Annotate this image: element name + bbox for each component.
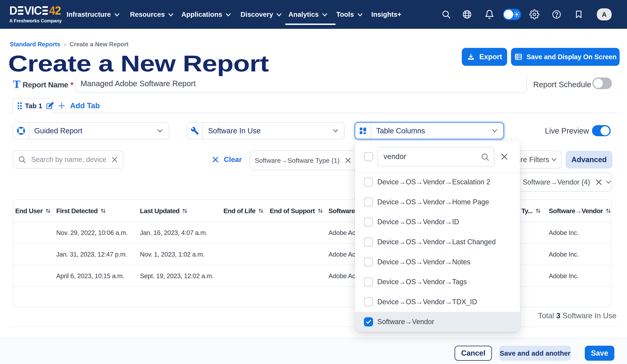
- edit-tab-icon[interactable]: [46, 102, 54, 110]
- table-icon: [514, 52, 523, 61]
- nav-item-discovery[interactable]: Discovery: [241, 0, 282, 29]
- table-row[interactable]: Jan. 31, 2023, 12:47 p.m. Nov. 1, 2023, …: [13, 244, 611, 265]
- column-header[interactable]: First Detected: [54, 207, 138, 215]
- create-report-page: DVIC42 A Freshworks Company Infrastructu…: [0, 0, 627, 364]
- breadcrumb-separator: ›: [64, 41, 66, 48]
- column-option[interactable]: Device→OS→Vendor→TDX_ID: [355, 292, 520, 312]
- column-search-input[interactable]: [378, 147, 494, 166]
- gear-icon[interactable]: [526, 0, 542, 29]
- sort-icon[interactable]: [606, 208, 611, 213]
- breadcrumb: Standard Reports › Create a New Report: [10, 41, 129, 48]
- save-and-add-another-button[interactable]: Save and add another: [499, 346, 571, 361]
- option-checkbox[interactable]: [364, 197, 373, 207]
- logo-42: 42: [49, 4, 61, 16]
- sort-icon[interactable]: [182, 208, 188, 213]
- save-button[interactable]: Save: [585, 346, 614, 361]
- option-checkbox[interactable]: [364, 217, 373, 227]
- sort-icon[interactable]: [317, 208, 323, 213]
- nav-item-analytics[interactable]: Analytics: [288, 0, 327, 29]
- remove-filter-icon[interactable]: [595, 179, 602, 186]
- option-checkbox[interactable]: [364, 178, 373, 187]
- column-option[interactable]: Device→OS→Vendor→Escalation 2: [355, 172, 520, 192]
- theme-toggle[interactable]: [503, 9, 521, 20]
- close-dropdown-icon[interactable]: [501, 153, 508, 160]
- report-schedule-toggle[interactable]: [592, 77, 612, 89]
- page-title: Create a New Report: [8, 51, 269, 77]
- logo-e-icon: [43, 6, 48, 15]
- advanced-button[interactable]: Advanced: [566, 151, 612, 169]
- data-source-select[interactable]: Software In Use: [187, 122, 345, 139]
- table-search: [13, 151, 124, 169]
- sort-icon[interactable]: [535, 208, 541, 213]
- column-header[interactable]: End User: [13, 207, 54, 215]
- live-preview-toggle[interactable]: [592, 125, 611, 136]
- add-tab-button[interactable]: Add Tab: [58, 98, 100, 113]
- table-cell: Nov. 29, 2022, 10:06 a.m.: [54, 229, 138, 237]
- option-checkbox[interactable]: [364, 257, 373, 266]
- drag-handle-icon[interactable]: [18, 103, 22, 109]
- search-icon: [441, 9, 451, 19]
- column-option[interactable]: Device→OS→Vendor→Home Page: [355, 192, 520, 212]
- nav-item-infrastructure[interactable]: Infrastructure: [66, 0, 119, 29]
- clear-search-icon[interactable]: [111, 156, 118, 163]
- column-option[interactable]: Device→OS→Vendor→Tags: [355, 272, 520, 292]
- select-value-label: Table Columns: [376, 127, 425, 135]
- sort-icon[interactable]: [101, 208, 106, 213]
- select-value-label: Guided Report: [34, 127, 82, 135]
- save-label: Save: [591, 349, 608, 357]
- search-icon[interactable]: [438, 0, 454, 29]
- table-cell: Jan. 31, 2023, 12:47 p.m.: [54, 251, 138, 258]
- search-input[interactable]: [31, 156, 111, 164]
- globe-icon[interactable]: [459, 0, 475, 29]
- chevron-down-icon[interactable]: [606, 180, 611, 184]
- export-button[interactable]: Export: [462, 48, 507, 66]
- sort-icon[interactable]: [258, 208, 264, 213]
- column-option[interactable]: Device→OS→Vendor→Notes: [355, 252, 520, 272]
- tab-label: Tab 1: [25, 102, 42, 110]
- option-checkbox[interactable]: [364, 237, 373, 247]
- nav-item-label: Tools: [336, 10, 354, 18]
- report-type-select[interactable]: Guided Report: [13, 122, 169, 139]
- avatar[interactable]: A: [597, 8, 612, 20]
- chip-label: Software→Vendor (4): [523, 178, 590, 186]
- table-row[interactable]: Nov. 29, 2022, 10:06 a.m. Jan. 16, 2023,…: [13, 222, 611, 244]
- column-header[interactable]: Software→Vendor: [547, 207, 611, 215]
- tab-1[interactable]: Tab 1: [12, 98, 53, 113]
- download-icon: [467, 53, 475, 61]
- sort-icon[interactable]: [45, 208, 51, 213]
- x-icon: [501, 153, 508, 160]
- column-option[interactable]: Device→OS→Vendor→ID: [355, 212, 520, 232]
- nav-item-tools[interactable]: Tools: [336, 0, 363, 29]
- column-option[interactable]: Software→Vendor: [355, 312, 520, 332]
- report-name-input[interactable]: [75, 77, 526, 93]
- clear-filters-button[interactable]: Clear: [212, 151, 242, 169]
- option-checkbox[interactable]: [364, 277, 373, 287]
- filter-chip-software-type[interactable]: Software→Software Type (1): [250, 151, 358, 170]
- column-header[interactable]: Ty...: [519, 207, 547, 215]
- option-checkbox[interactable]: [364, 317, 373, 326]
- column-header-label: End of Support: [270, 207, 315, 215]
- cancel-button[interactable]: Cancel: [455, 346, 492, 361]
- option-checkbox[interactable]: [364, 297, 373, 306]
- nav-item-applications[interactable]: Applications: [181, 0, 231, 29]
- chevron-down-icon: [226, 13, 231, 16]
- device42-logo[interactable]: DVIC42 A Freshworks Company: [9, 4, 65, 24]
- breadcrumb-link[interactable]: Standard Reports: [10, 41, 60, 48]
- select-all-checkbox[interactable]: [364, 152, 373, 161]
- column-header[interactable]: End of Life: [221, 207, 268, 215]
- table-row[interactable]: April 6, 2023, 10:15 a.m. Sept. 19, 2023…: [13, 265, 611, 287]
- filter-chip-vendor[interactable]: Software→Vendor (4): [514, 173, 612, 192]
- nav-item-resources[interactable]: Resources: [130, 0, 173, 29]
- bell-icon[interactable]: [482, 0, 497, 29]
- nav-item-insights[interactable]: Insights+: [371, 0, 402, 29]
- chevron-down-icon: [168, 13, 173, 16]
- column-header-label: First Detected: [56, 207, 98, 215]
- column-header[interactable]: Last Updated: [138, 207, 221, 215]
- remove-filter-icon[interactable]: [345, 157, 351, 163]
- column-header[interactable]: End of Support: [268, 207, 326, 215]
- help-icon[interactable]: [549, 0, 564, 29]
- save-and-display-button[interactable]: Save and Display On Screen: [511, 48, 620, 66]
- table-columns-select[interactable]: Table Columns: [355, 122, 504, 139]
- bookmark-icon[interactable]: [571, 0, 586, 29]
- column-option[interactable]: Device→OS→Vendor→Last Changed: [355, 232, 520, 252]
